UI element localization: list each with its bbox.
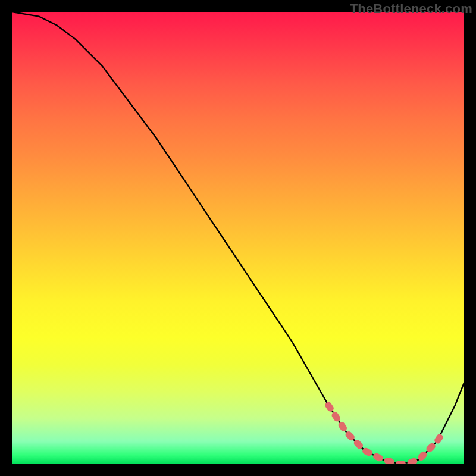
bottleneck-curve-path <box>12 12 464 464</box>
bottleneck-line-chart <box>12 12 464 464</box>
watermark-label: TheBottleneck.com <box>350 1 472 17</box>
optimal-band-highlight <box>328 405 441 464</box>
